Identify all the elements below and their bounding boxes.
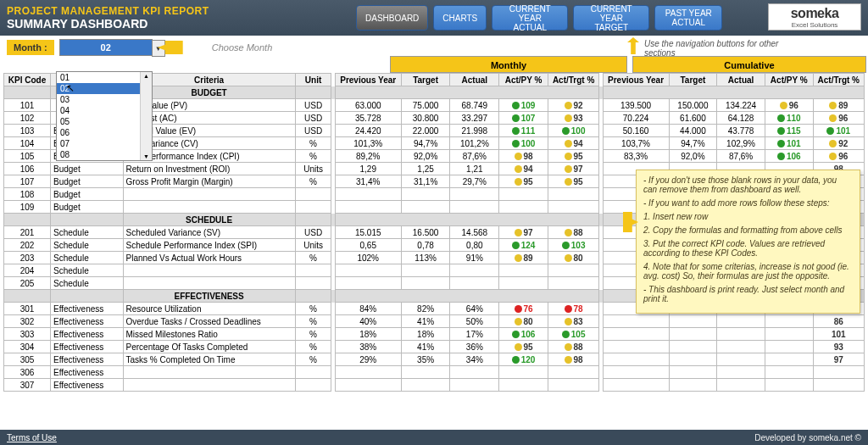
table-row[interactable]: 304EffectivenessPercentage Of Tasks Comp… (4, 341, 865, 353)
report-title: PROJECT MANAGEMENT KPI REPORT (7, 5, 209, 17)
table-row[interactable]: 306Effectiveness (4, 366, 865, 379)
footer-credit: Developed by someka.net © (754, 433, 861, 442)
footer: Terms of Use Developed by someka.net © (0, 430, 868, 445)
nav-buttons: DASHBOARD CHARTS CURRENT YEAR ACTUAL CUR… (356, 5, 722, 31)
nav-dashboard[interactable]: DASHBOARD (356, 5, 428, 31)
logo: someka Excel Solutions (768, 3, 861, 31)
month-label: Month : (7, 40, 54, 55)
terms-link[interactable]: Terms of Use (7, 433, 57, 442)
table-row[interactable]: 302EffectivenessOverdue Tasks / Crossed … (4, 315, 865, 328)
table-row[interactable]: 303EffectivenessMissed Milestones Ratio%… (4, 328, 865, 341)
month-dropdown[interactable]: 01 02 03 04 05 06 07 08 (56, 71, 153, 161)
nav-hint: Use the navigation buttons for other sec… (644, 39, 797, 58)
dashboard-title: SUMMARY DASHBOARD (7, 17, 209, 31)
cumulative-title: Cumulative (632, 56, 866, 73)
nav-cy-actual[interactable]: CURRENT YEAR ACTUAL (492, 5, 568, 31)
table-row[interactable]: 305EffectivenessTasks % Completed On Tim… (4, 353, 865, 366)
help-note: - If you don't use those blank rows in y… (636, 170, 860, 314)
table-row[interactable]: 307Effectiveness (4, 379, 865, 392)
month-hint: Choose Month (212, 42, 273, 53)
month-select[interactable]: 02 ▼ (59, 39, 153, 56)
monthly-title: Monthly (390, 56, 627, 73)
nav-cy-target[interactable]: CURRENT YEAR TARGET (573, 5, 649, 31)
dropdown-scrollbar[interactable] (140, 72, 152, 160)
nav-charts[interactable]: CHARTS (433, 5, 487, 31)
header-bar: PROJECT MANAGEMENT KPI REPORT SUMMARY DA… (0, 0, 868, 36)
nav-py-actual[interactable]: PAST YEAR ACTUAL (654, 5, 722, 31)
